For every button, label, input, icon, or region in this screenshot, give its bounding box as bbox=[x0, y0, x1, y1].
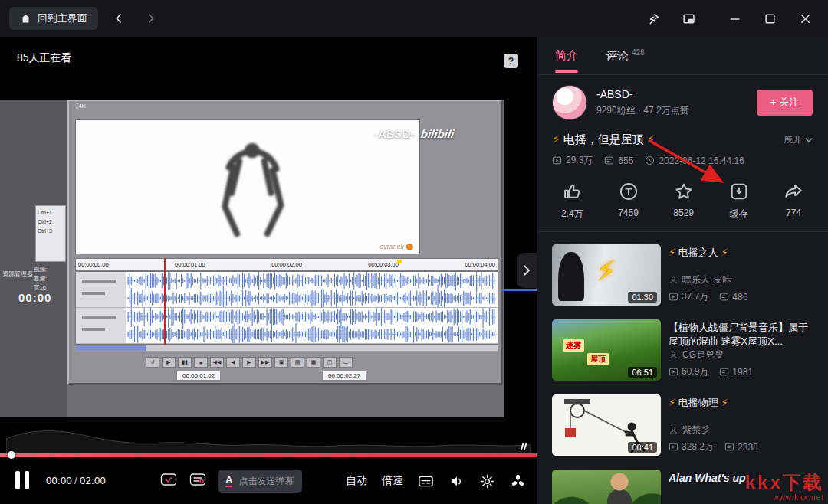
pin-on-top-button[interactable] bbox=[639, 6, 667, 31]
danmaku-heatmap bbox=[6, 427, 531, 453]
ruler-tick: 00:00:02.00 bbox=[271, 261, 302, 268]
action-label: 8529 bbox=[673, 208, 694, 218]
download-icon bbox=[729, 182, 749, 201]
editor-counter-right: 00:00:02.27 bbox=[322, 371, 366, 381]
danmaku-style-button[interactable]: A bbox=[225, 475, 232, 487]
video-player[interactable]: 85人正在看 ? Ctrl+1Ctrl+2Ctrl+3 视频:音频:宽16 资源… bbox=[0, 37, 537, 504]
minimize-button[interactable] bbox=[721, 6, 748, 31]
thumbnail-text-label: 屋顶 bbox=[587, 353, 609, 365]
volume-button[interactable] bbox=[449, 473, 465, 489]
video-thumbnail[interactable]: ⚡01:30 bbox=[552, 244, 661, 306]
danmaku-settings-button[interactable] bbox=[189, 470, 207, 492]
strip-info: 视频:音频:宽16 bbox=[34, 265, 47, 293]
thumbnail-text-label: 迷雾 bbox=[563, 339, 584, 352]
ruler-tick: 00:00:01.00 bbox=[175, 261, 205, 268]
playhead-line bbox=[164, 258, 166, 345]
like-button[interactable]: 2.4万 bbox=[561, 182, 583, 221]
danmaku-count: 1981 bbox=[719, 365, 753, 378]
editor-left-panel: Ctrl+1Ctrl+2Ctrl+3 视频:音频:宽16 资源管理器 00:00 bbox=[0, 100, 67, 417]
danmaku-toggle-button[interactable] bbox=[159, 470, 178, 492]
blue-progress-fragment bbox=[501, 289, 537, 291]
shortcut-panel: Ctrl+1Ctrl+2Ctrl+3 bbox=[35, 205, 66, 262]
clock-icon bbox=[645, 155, 655, 165]
help-button[interactable]: ? bbox=[504, 54, 518, 68]
play-count: 60.9万 bbox=[669, 365, 708, 378]
info-label: 视频: bbox=[34, 265, 47, 274]
progress-end-icon bbox=[521, 443, 526, 450]
ruler-tick: 00:00:00.00 bbox=[78, 261, 109, 268]
fan-icon bbox=[510, 473, 526, 489]
home-button[interactable]: 回到主界面 bbox=[9, 7, 98, 30]
video-thumbnail[interactable]: 00:41 bbox=[552, 394, 661, 456]
editor-tool-button: ■ bbox=[194, 357, 208, 368]
speed-button[interactable]: 倍速 bbox=[382, 474, 403, 488]
wide-mode-button[interactable] bbox=[510, 473, 526, 489]
chevron-down-icon bbox=[805, 136, 813, 144]
related-stats: 328.2万 2338 bbox=[669, 440, 817, 453]
related-video-card[interactable]: 迷雾屋顶06:51 【植物大战僵尸背景音乐】属于屋顶的混曲 迷雾X屋顶X... … bbox=[552, 319, 817, 381]
orange-dot-icon bbox=[406, 244, 413, 250]
time-display: 00:00/02:00 bbox=[46, 475, 106, 486]
audio-tracks bbox=[75, 271, 498, 345]
editor-tool-button: ◀ bbox=[226, 357, 240, 368]
play-count: 29.3万 bbox=[552, 154, 593, 167]
subtitle-button[interactable] bbox=[418, 473, 434, 489]
tab-intro[interactable]: 简介 bbox=[555, 48, 578, 63]
danmaku-settings-icon bbox=[189, 470, 207, 489]
coin-icon bbox=[619, 182, 639, 201]
track-label bbox=[76, 272, 127, 307]
cache-button[interactable]: 缓存 bbox=[729, 182, 749, 221]
related-video-card[interactable]: Alan What's up bbox=[552, 470, 817, 504]
back-button[interactable] bbox=[107, 7, 130, 30]
chevron-left-icon bbox=[113, 12, 125, 25]
editor-tool-button: ▤ bbox=[291, 357, 304, 368]
favorite-button[interactable]: 8529 bbox=[673, 182, 694, 221]
video-meta: 29.3万 655 2022-06-12 16:44:16 bbox=[537, 147, 828, 170]
ruler-tick: 00:00:03.00 bbox=[368, 261, 399, 268]
lightning-icon: ⚡ bbox=[669, 397, 675, 408]
related-uploader[interactable]: 紫禁彡 bbox=[669, 424, 817, 437]
related-video-card[interactable]: 00:41 ⚡ 电摇物理 ⚡ 紫禁彡 328.2万 2338 bbox=[552, 394, 817, 456]
pause-button[interactable] bbox=[15, 471, 29, 489]
close-button[interactable] bbox=[791, 6, 819, 31]
settings-button[interactable] bbox=[479, 473, 495, 489]
mini-player-button[interactable] bbox=[675, 6, 702, 31]
video-thumbnail[interactable] bbox=[552, 470, 661, 504]
skeleton-silhouette bbox=[558, 252, 584, 301]
related-video-card[interactable]: ⚡01:30 ⚡ 电摇之人 ⚡ 嘿乐人-皮咔 37.7万 486 bbox=[552, 244, 817, 306]
coin-button[interactable]: 7459 bbox=[618, 182, 639, 221]
forward-button[interactable] bbox=[140, 7, 163, 30]
danmaku-input[interactable]: A 点击发送弹幕 bbox=[218, 470, 302, 493]
uploader-name[interactable]: -ABSD- bbox=[596, 88, 689, 100]
danmaku-icon bbox=[719, 292, 729, 302]
share-button[interactable]: 774 bbox=[784, 182, 803, 221]
editor-tool-button: ▦ bbox=[307, 357, 320, 368]
expand-handle[interactable] bbox=[517, 253, 537, 288]
danmaku-icon bbox=[719, 367, 729, 377]
duration-badge: 00:41 bbox=[628, 442, 657, 453]
play-icon bbox=[669, 367, 678, 377]
tab-comments[interactable]: 评论426 bbox=[606, 48, 645, 64]
related-video-title[interactable]: Alan What's up bbox=[669, 471, 817, 486]
related-video-title[interactable]: ⚡ 电摇之人 ⚡ bbox=[669, 246, 817, 260]
expand-description-button[interactable]: 展开 bbox=[784, 133, 813, 146]
video-frame[interactable]: Ctrl+1Ctrl+2Ctrl+3 视频:音频:宽16 资源管理器 00:00… bbox=[0, 100, 504, 417]
ruler-tick: 00:00:04.00 bbox=[465, 261, 495, 268]
video-thumbnail[interactable]: 迷雾屋顶06:51 bbox=[552, 319, 661, 381]
editor-big-timecode: 00:00 bbox=[18, 291, 51, 304]
duration-badge: 06:51 bbox=[628, 367, 657, 378]
quality-button[interactable]: 自动 bbox=[346, 474, 367, 488]
follow-button[interactable]: + 关注 bbox=[757, 90, 813, 116]
related-uploader[interactable]: 嘿乐人-皮咔 bbox=[669, 273, 817, 286]
related-video-title[interactable]: 【植物大战僵尸背景音乐】属于屋顶的混曲 迷雾X屋顶X... bbox=[669, 321, 817, 348]
titlebar: 回到主界面 bbox=[0, 0, 828, 37]
subtitle-icon bbox=[418, 473, 434, 489]
related-video-title[interactable]: ⚡ 电摇物理 ⚡ bbox=[669, 396, 817, 410]
lightning-icon: ⚡ bbox=[552, 133, 560, 146]
related-uploader[interactable]: CG是兕叟 bbox=[669, 349, 817, 362]
editor-tool-button: ↺ bbox=[146, 357, 159, 368]
maximize-button[interactable] bbox=[756, 6, 784, 31]
editor-counter-left: 00:00:01.02 bbox=[176, 371, 221, 381]
stick-figure-art bbox=[76, 120, 419, 254]
uploader-avatar[interactable] bbox=[552, 85, 587, 120]
